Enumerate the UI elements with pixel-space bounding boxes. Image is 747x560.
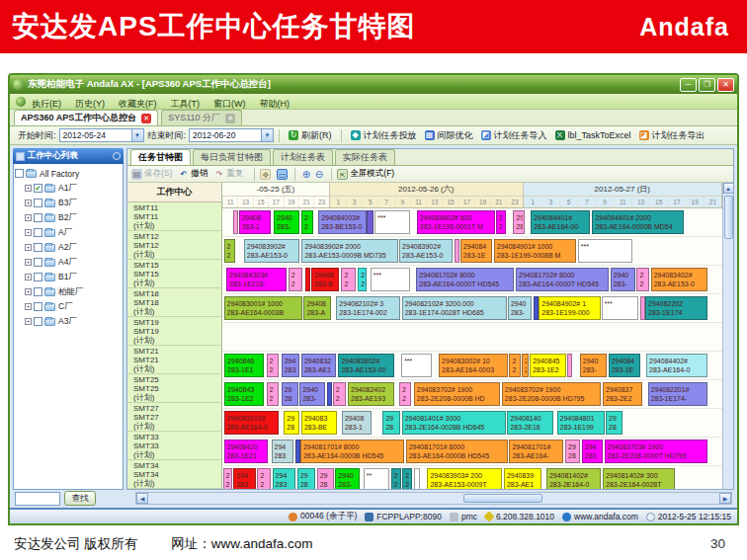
expand-icon[interactable]: + <box>25 200 32 206</box>
task-bar[interactable]: 2940283- <box>580 354 607 377</box>
task-bar[interactable]: 22 <box>341 268 355 291</box>
task-bar[interactable]: 294083802#283-AE153-00 <box>338 354 394 377</box>
task-bar[interactable]: 294081701# 8000283-AE164-0000B HD545 <box>300 440 404 463</box>
horizontal-scrollbar[interactable]: ◀ ▶ <box>135 492 732 505</box>
task-bar[interactable]: 2940283- <box>274 210 299 234</box>
task-bar[interactable]: 294083702# 1900283-2E208-0000B HD <box>414 382 501 406</box>
work-center-label-SMT34[interactable]: SMT34SMT34(计划) <box>127 460 221 489</box>
task-bar[interactable]: 22 <box>224 239 235 263</box>
task-bar[interactable]: 2928 <box>282 382 298 406</box>
task-bar[interactable]: 294084303#283-1E218- <box>226 268 287 291</box>
task-bar[interactable]: 22 <box>509 354 520 377</box>
tree-item-C厂[interactable]: +C厂 <box>15 299 122 314</box>
task-bar[interactable]: 2928 <box>382 411 399 435</box>
expand-icon[interactable]: + <box>25 259 32 266</box>
task-bar[interactable] <box>640 296 645 320</box>
save-button[interactable]: ▤保存(S) <box>131 168 172 180</box>
checkbox[interactable] <box>34 213 42 222</box>
checkbox[interactable] <box>34 302 42 311</box>
task-bar[interactable]: 294083283-BE <box>301 411 337 435</box>
toolbar-button-5[interactable]: ◪计划任务导出 <box>635 127 709 143</box>
task-bar[interactable]: 2940283- <box>299 382 324 406</box>
task-bar[interactable]: 22 <box>267 382 279 406</box>
chevron-down-icon[interactable]: ▼ <box>261 129 273 141</box>
tree-item-B1厂[interactable]: +B1厂 <box>15 270 122 284</box>
task-bar[interactable]: 294083902# 2000283-AE153-0009B MD735 <box>301 239 397 263</box>
task-bar[interactable]: 2928 <box>297 468 315 489</box>
checkbox[interactable] <box>34 258 42 267</box>
task-bar[interactable] <box>327 382 332 406</box>
work-center-label-SMT27[interactable]: SMT27SMT27(计划) <box>127 403 221 432</box>
task-bar[interactable]: *** <box>371 268 410 291</box>
tree-item-label[interactable]: A3厂 <box>58 316 77 328</box>
task-bar[interactable]: 2928 <box>317 468 334 489</box>
work-center-label-SMT25[interactable]: SMT25SMT25(计划) <box>127 374 221 403</box>
task-bar[interactable]: 294082102# 3283-1E174-002 <box>336 296 400 320</box>
task-bar[interactable]: 294081401# 3000283-2E164-0028B HD645 <box>402 411 506 435</box>
tree-item-label[interactable]: B3厂 <box>58 198 77 209</box>
task-bar[interactable]: 2940846283-1E1 <box>224 354 264 377</box>
task-bar[interactable]: 29408420283-1E21 <box>224 440 268 463</box>
menu-item-1[interactable]: 历史(Y) <box>75 99 105 109</box>
task-bar[interactable]: 2940843283-1E2 <box>224 382 264 406</box>
gantt-tab-3[interactable]: 实际任务表 <box>335 149 395 165</box>
task-bar[interactable]: *** <box>374 210 409 234</box>
task-bar[interactable] <box>567 354 572 377</box>
redo-button[interactable]: ↷重复 <box>213 168 243 180</box>
task-bar[interactable]: 22 <box>267 354 279 377</box>
tree-item-A4厂[interactable]: +A4厂 <box>15 255 122 270</box>
task-bar[interactable]: 22 <box>391 468 401 489</box>
task-bar[interactable]: 22 <box>402 468 412 489</box>
tree-item-B3厂[interactable]: +B3厂 <box>15 196 122 210</box>
task-bar[interactable]: 294283 <box>273 468 296 489</box>
tab-1[interactable]: SYS110 分厂✕ <box>161 110 242 125</box>
task-bar[interactable]: 2940837283-2E2 <box>603 382 641 406</box>
task-bar[interactable]: 294081402# 300283-2E164-0028T <box>603 468 675 489</box>
task-bar[interactable]: 22 <box>289 268 302 291</box>
tree-item-label[interactable]: A厂 <box>58 227 72 239</box>
tab-0[interactable]: APS360 APS工作中心总控台✕ <box>14 110 158 125</box>
task-bar[interactable]: 2940839283-AE1 <box>504 468 541 489</box>
task-bar[interactable]: 2928 <box>513 210 524 234</box>
tree-item-label[interactable]: A4厂 <box>58 257 77 269</box>
task-bar[interactable]: 294081402#283-2E164-0 <box>546 468 601 489</box>
task-bar[interactable]: *** <box>602 296 639 320</box>
gantt-tab-1[interactable]: 每日负荷甘特图 <box>193 149 271 165</box>
close-button[interactable]: ✕ <box>717 78 734 92</box>
menu-item-4[interactable]: 窗口(W) <box>213 99 246 109</box>
task-bar[interactable]: 22 <box>301 210 313 234</box>
task-bar[interactable]: 294083702# 1900283-2E208-0000B HD795 <box>502 382 601 406</box>
task-bar[interactable]: 22 <box>496 210 506 234</box>
pan-tool-icon[interactable]: ✥ <box>260 169 271 180</box>
tree-item-A厂[interactable]: +A厂 <box>15 225 122 240</box>
expand-icon[interactable]: + <box>25 229 32 236</box>
task-bar[interactable]: 2928 <box>284 411 299 435</box>
checkbox[interactable]: ✔ <box>34 184 42 193</box>
task-bar[interactable]: 294283 <box>282 354 300 377</box>
task-bar[interactable]: 29408283-B <box>311 268 339 291</box>
tree-item-A1厂[interactable]: +✔A1厂 <box>15 181 122 196</box>
restore-button[interactable]: ❐ <box>699 78 715 92</box>
zoom-in-icon[interactable]: ⊕ <box>300 169 311 180</box>
task-bar[interactable]: 294083902#283-AE153-0 <box>399 239 453 263</box>
work-center-label-SMT11[interactable]: SMT11SMT11(计划) <box>127 202 221 231</box>
checkbox[interactable] <box>34 287 42 296</box>
tree-item-label[interactable]: A1厂 <box>58 183 77 195</box>
menu-item-3[interactable]: 工具(T) <box>171 99 201 109</box>
task-bar[interactable]: 294084003#283-BE153-0 <box>318 210 367 234</box>
task-bar[interactable]: 294081701# 8000283-AE164-0000B HD545 <box>406 440 508 463</box>
task-bar[interactable]: 294084602# 600283-1E195-0001T M <box>417 210 495 234</box>
task-bar[interactable]: 22 <box>358 268 367 291</box>
task-bar[interactable]: 294083703# 1900283-2E208-0000T HD795 <box>605 440 707 463</box>
task-bar[interactable]: 294083903# 200283-AE153-0009T <box>427 468 502 489</box>
task-bar[interactable] <box>455 239 459 263</box>
task-bar[interactable]: 294083402#283-AE153-0 <box>651 268 707 291</box>
select-tool-icon[interactable]: ▭ <box>277 169 288 180</box>
zoom-out-icon[interactable]: ⊖ <box>313 169 324 180</box>
gantt-tab-2[interactable]: 计划任务表 <box>273 149 333 165</box>
task-bar[interactable]: 22 <box>636 268 648 291</box>
tree-item-label[interactable]: B2厂 <box>58 212 77 224</box>
task-bar[interactable] <box>534 296 539 320</box>
tree-item-label[interactable]: 柏能厂 <box>58 286 84 298</box>
task-bar[interactable]: 294084283-1E <box>460 239 492 263</box>
